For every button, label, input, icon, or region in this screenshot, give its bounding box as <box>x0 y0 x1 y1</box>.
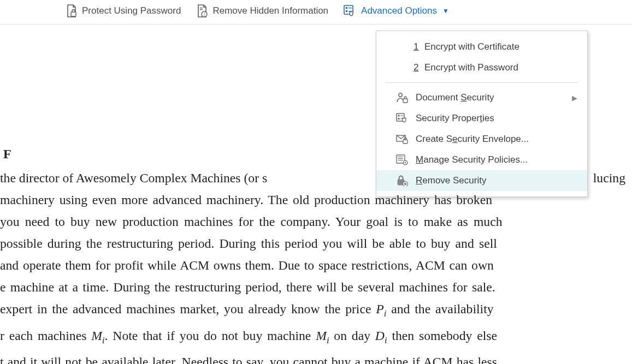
svg-point-10 <box>399 93 402 97</box>
doc-paragraph: the director of Awesomely Complex Machin… <box>0 167 625 364</box>
remove-hidden-icon: i <box>196 4 208 17</box>
properties-shield-icon <box>396 113 408 124</box>
svg-rect-3 <box>200 8 203 8</box>
advanced-options-icon <box>344 5 357 17</box>
protect-password-button[interactable]: Protect Using Password <box>66 4 181 17</box>
submenu-arrow-icon: ▶ <box>572 94 577 102</box>
remove-hidden-button[interactable]: i Remove Hidden Information <box>196 4 328 17</box>
remove-hidden-label: Remove Hidden Information <box>212 5 328 16</box>
protect-password-icon <box>66 4 78 17</box>
svg-rect-0 <box>71 12 76 16</box>
menu-encrypt-certificate[interactable]: 1 Encrypt with Certificate <box>376 37 587 57</box>
document-content: F the director of Awesomely Complex Mach… <box>0 143 632 364</box>
svg-rect-11 <box>403 99 407 103</box>
svg-rect-4 <box>200 9 203 10</box>
menu-item-label: Document Security <box>396 92 494 103</box>
svg-rect-6 <box>346 7 347 9</box>
doc-heading: F <box>0 143 625 165</box>
svg-rect-8 <box>349 8 352 8</box>
menu-security-properties[interactable]: Security Properties <box>376 108 587 129</box>
menu-separator <box>385 82 578 83</box>
menu-document-security[interactable]: Document Security ▶ <box>376 87 587 108</box>
advanced-options-button[interactable]: Advanced Options ▼ <box>344 5 449 17</box>
menu-encrypt-password[interactable]: 2 Encrypt with Password <box>376 57 587 78</box>
svg-rect-7 <box>346 10 347 12</box>
protect-toolbar: Protect Using Password i Remove Hidden I… <box>0 0 632 25</box>
svg-text:i: i <box>204 12 205 17</box>
protect-password-label: Protect Using Password <box>82 5 181 16</box>
dropdown-caret-icon: ▼ <box>442 7 449 15</box>
person-lock-icon <box>396 92 408 103</box>
svg-rect-14 <box>398 118 400 120</box>
svg-rect-15 <box>400 116 403 116</box>
svg-rect-13 <box>398 115 400 117</box>
advanced-options-label: Advanced Options <box>361 5 437 16</box>
menu-item-label: Security Properties <box>396 113 494 124</box>
